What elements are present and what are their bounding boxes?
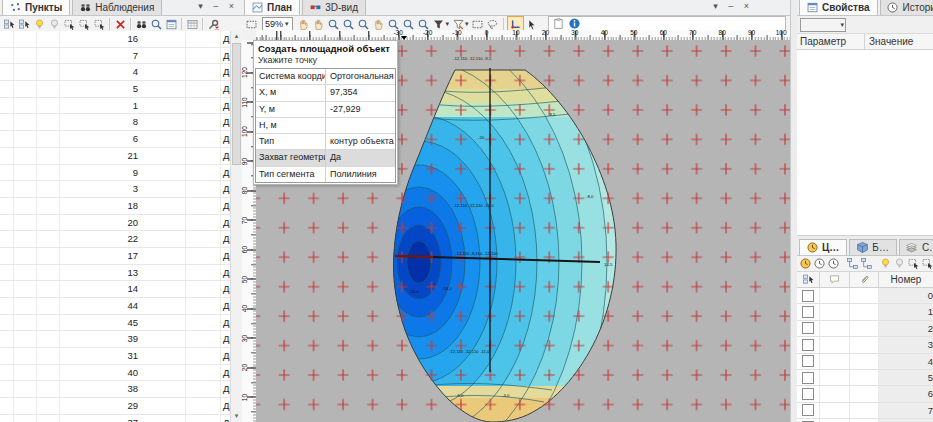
left-window-buttons[interactable]: ▾ – ×	[198, 1, 238, 11]
popup-param-value[interactable]: Да	[326, 150, 395, 165]
popup-row[interactable]: Типконтур объекта	[256, 134, 395, 150]
table-row[interactable]: 17Деформац…	[0, 248, 231, 265]
comment-column-header[interactable]	[820, 272, 850, 287]
tab-свойства[interactable]: Свойства	[799, 0, 878, 15]
table-row[interactable]: 29Деформац…	[0, 398, 231, 415]
popup-row[interactable]: Тип сегментаПолилиния	[256, 167, 395, 182]
popup-param-value[interactable]: контур объекта	[326, 134, 395, 149]
node-icon[interactable]	[846, 257, 859, 271]
cycle-row[interactable]: 7	[797, 403, 933, 419]
popup-row[interactable]: X, м97,354	[256, 85, 395, 101]
cycle-row[interactable]: 5	[797, 370, 933, 386]
cycle-row[interactable]: 6	[797, 386, 933, 402]
properties-grid-body[interactable]	[797, 50, 933, 236]
table-row[interactable]: 20Деформац…	[0, 215, 231, 232]
select-all-column-header[interactable]	[797, 272, 820, 287]
tab-3dвид[interactable]: 3D-вид	[302, 0, 366, 15]
row-checkbox[interactable]	[802, 306, 814, 318]
popup-param-value[interactable]	[326, 118, 395, 133]
clock-plus-icon[interactable]	[827, 257, 840, 271]
table-row[interactable]: 44Деформац…	[0, 298, 231, 315]
table-row[interactable]: 31Деформац…	[0, 348, 231, 365]
tab-наблюдения[interactable]: Наблюдения	[72, 0, 162, 15]
row-checkbox[interactable]	[802, 339, 814, 351]
cycle-row[interactable]: 3	[797, 337, 933, 353]
row-checkbox[interactable]	[802, 388, 814, 400]
hand2-icon[interactable]	[312, 17, 326, 31]
tab-история[interactable]: История	[880, 0, 933, 15]
row-checkbox[interactable]	[802, 404, 814, 416]
select-add-icon[interactable]	[921, 257, 933, 271]
scroll-down-icon[interactable]: ▼	[231, 411, 242, 422]
mag-icon[interactable]	[342, 17, 356, 31]
properties-combo[interactable]: ▾	[800, 18, 846, 32]
cycle-row[interactable]: 2	[797, 321, 933, 337]
cycle-row[interactable]: 0	[797, 288, 933, 304]
tab-с[interactable]: С…	[899, 239, 933, 255]
search-settings-icon[interactable]	[149, 17, 163, 31]
form-icon[interactable]	[164, 17, 178, 31]
chevron-down-icon[interactable]: ▾	[446, 20, 450, 28]
row-checkbox[interactable]	[802, 290, 814, 302]
hand-icon[interactable]	[297, 17, 311, 31]
table-row[interactable]: 39Деформац…	[0, 331, 231, 348]
table-row[interactable]: 22Деформац…	[0, 231, 231, 248]
table-row[interactable]: 5Деформац…	[0, 81, 231, 98]
popup-param-value[interactable]: -27,929	[326, 102, 395, 117]
table-row[interactable]: 38Деформац…	[0, 381, 231, 398]
clock-orange-icon[interactable]	[799, 257, 812, 271]
scroll-up-icon[interactable]: ▲	[231, 31, 242, 42]
table-row[interactable]: 14Деформац…	[0, 281, 231, 298]
table-row[interactable]: 6Деформац…	[0, 131, 231, 148]
attachment-column-header[interactable]	[850, 272, 879, 287]
select-props-icon[interactable]	[2, 17, 16, 31]
row-checkbox[interactable]	[802, 322, 814, 334]
table-row[interactable]: 37Деформац…	[0, 415, 231, 422]
popup-row[interactable]: Система коорди…Ортогональная	[256, 69, 395, 85]
select-props2-icon[interactable]	[17, 17, 31, 31]
tools-icon[interactable]	[206, 17, 220, 31]
select-rect-icon[interactable]	[62, 17, 76, 31]
table-row[interactable]: 16Деформац…	[0, 31, 231, 48]
delete-icon[interactable]	[113, 17, 127, 31]
table-row[interactable]: 8Деформац…	[0, 114, 231, 131]
popup-row[interactable]: Захват геометрииДа	[256, 150, 395, 166]
table-row[interactable]: 21Деформац…	[0, 148, 231, 165]
mag-minus-icon[interactable]	[327, 17, 341, 31]
popup-param-value[interactable]: Полилиния	[326, 167, 395, 182]
table-row[interactable]: 40Деформац…	[0, 365, 231, 382]
table-row[interactable]: 1Деформац…	[0, 98, 231, 115]
bulb-off-icon[interactable]	[893, 257, 906, 271]
table-row[interactable]: 45Деформац…	[0, 315, 231, 332]
hand-icon[interactable]	[372, 17, 386, 31]
chevron-down-icon[interactable]: ▾	[465, 20, 469, 28]
table-row[interactable]: 9Деформац…	[0, 165, 231, 182]
bulb-on-icon[interactable]	[32, 17, 46, 31]
select-add-icon[interactable]	[77, 17, 91, 31]
cycle-row[interactable]: 4	[797, 354, 933, 370]
number-column-header[interactable]: Номер	[879, 272, 933, 287]
parameter-column-header[interactable]: Параметр	[797, 34, 865, 49]
row-checkbox[interactable]	[802, 355, 814, 367]
table-row[interactable]: 18Деформац…	[0, 198, 231, 215]
table-row[interactable]: 7Деформац…	[0, 48, 231, 65]
select-invert-icon[interactable]	[92, 17, 106, 31]
popup-param-value[interactable]: Ортогональная	[326, 69, 395, 84]
bulb-on-icon[interactable]	[879, 257, 892, 271]
plan-window-buttons[interactable]: ▾ – ×	[713, 1, 753, 11]
table-row[interactable]: 13Деформац…	[0, 265, 231, 282]
node2-icon[interactable]	[860, 257, 873, 271]
table-row[interactable]: 4Деформац…	[0, 64, 231, 81]
tab-ц[interactable]: Ц…	[799, 239, 847, 255]
value-column-header[interactable]: Значение	[865, 34, 933, 49]
cycle-row[interactable]: 1	[797, 304, 933, 320]
bulb-off-icon[interactable]	[47, 17, 61, 31]
table-row[interactable]: 3Деформац…	[0, 181, 231, 198]
select-rect-icon[interactable]	[907, 257, 920, 271]
popup-row[interactable]: Y, м-27,929	[256, 102, 395, 118]
table-icon[interactable]	[185, 17, 199, 31]
mag-rect-icon[interactable]	[357, 17, 371, 31]
popup-row[interactable]: Н, м	[256, 118, 395, 134]
tab-б[interactable]: Б…	[849, 239, 897, 255]
tab-план[interactable]: План	[244, 0, 300, 15]
